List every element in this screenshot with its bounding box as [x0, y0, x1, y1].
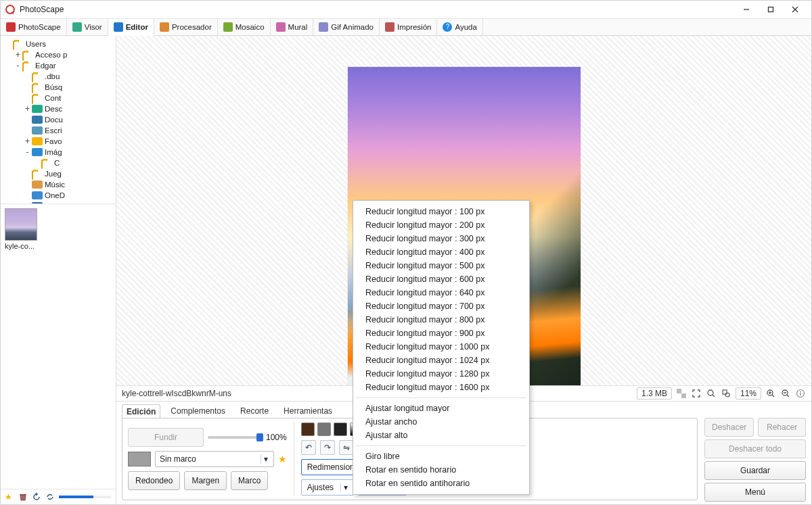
tab-impresión[interactable]: Impresión: [380, 19, 438, 35]
zoom-out-icon[interactable]: [780, 388, 791, 399]
menu-item[interactable]: Rotar en sentido horario: [353, 463, 529, 477]
frame-color[interactable]: [128, 452, 151, 466]
tab-photoscape[interactable]: PhotoScape: [1, 19, 67, 35]
menu-item[interactable]: Reducir longitud mayor : 640 px: [353, 286, 529, 299]
menu-item[interactable]: Reducir longitud mayor : 1280 px: [353, 367, 529, 381]
zoom-actual-icon[interactable]: [706, 388, 717, 399]
tab-mosaico[interactable]: Mosaico: [218, 19, 271, 35]
menu-item[interactable]: Reducir longitud mayor : 1000 px: [353, 340, 529, 354]
tree-twisty[interactable]: +: [24, 103, 31, 114]
tree-item[interactable]: +Desc: [5, 103, 114, 114]
menu-item[interactable]: Reducir longitud mayor : 1024 px: [353, 354, 529, 367]
flip-h-icon[interactable]: ⇋: [339, 440, 354, 455]
edit-tab-edición[interactable]: Edición: [122, 404, 160, 418]
tab-mural[interactable]: Mural: [271, 19, 314, 35]
menu-item[interactable]: Ajustar longitud mayor: [353, 402, 529, 415]
left-footer: ★: [1, 489, 116, 504]
star-icon[interactable]: ★: [5, 492, 14, 502]
tree-item[interactable]: +Acceso p: [5, 49, 114, 60]
tree-item[interactable]: Docu: [5, 114, 114, 125]
deshacer-todo-button[interactable]: Deshacer todo: [704, 439, 806, 458]
rotate-right-icon[interactable]: ↷: [320, 440, 335, 455]
tab-icon: [319, 22, 328, 32]
menu-button[interactable]: Menú: [704, 483, 806, 502]
edit-tab-herramientas[interactable]: Herramientas: [279, 404, 337, 418]
tree-item[interactable]: C: [5, 158, 114, 168]
tree-item[interactable]: Búsq: [5, 82, 114, 93]
refresh-icon[interactable]: [45, 492, 55, 502]
tree-item[interactable]: Cont: [5, 93, 114, 103]
menu-item[interactable]: Reducir longitud mayor : 800 px: [353, 313, 529, 327]
rehacer-button[interactable]: Rehacer: [758, 418, 806, 437]
tree-item[interactable]: Users: [5, 39, 114, 49]
tree-twisty[interactable]: +: [24, 136, 31, 147]
tree-item[interactable]: -Imág: [5, 147, 114, 158]
thumbnail-panel[interactable]: kyle-co...: [1, 203, 116, 489]
menu-item[interactable]: Reducir longitud mayor : 200 px: [353, 218, 529, 232]
tree-label: .dbu: [45, 71, 60, 82]
edit-tab-complementos[interactable]: Complementos: [166, 404, 230, 418]
tree-label: Favo: [45, 136, 62, 147]
swatch-sepia[interactable]: [301, 423, 315, 436]
edit-tab-recorte[interactable]: Recorte: [235, 404, 273, 418]
tree-item[interactable]: .dbu: [5, 71, 114, 82]
swatch-bw[interactable]: [334, 423, 347, 436]
marco-button[interactable]: Marco: [231, 471, 268, 490]
tree-item[interactable]: Escri: [5, 125, 114, 136]
tab-ayuda[interactable]: ?Ayuda: [437, 19, 482, 35]
menu-item[interactable]: Reducir longitud mayor : 600 px: [353, 272, 529, 286]
ajustes-dropdown[interactable]: Ajustes ▾: [301, 479, 354, 496]
tab-label: PhotoScape: [18, 23, 61, 31]
star-icon[interactable]: ★: [278, 454, 287, 464]
deshacer-button[interactable]: Deshacer: [704, 418, 754, 437]
tree-twisty[interactable]: -: [24, 147, 31, 158]
fundir-slider[interactable]: [208, 436, 262, 439]
guardar-button[interactable]: Guardar: [704, 461, 806, 480]
menu-item[interactable]: Reducir longitud mayor : 100 px: [353, 205, 529, 218]
zoom-region-icon[interactable]: [721, 388, 731, 399]
menu-item[interactable]: Reducir longitud mayor : 1600 px: [353, 381, 529, 394]
svg-point-9: [725, 393, 729, 397]
checker-icon[interactable]: [676, 388, 687, 399]
menu-item[interactable]: Reducir longitud mayor : 400 px: [353, 245, 529, 259]
menu-item[interactable]: Ajustar ancho: [353, 415, 529, 429]
rotate-icon[interactable]: [32, 492, 41, 502]
tab-visor[interactable]: Visor: [67, 19, 108, 35]
menu-item[interactable]: Reducir longitud mayor : 700 px: [353, 299, 529, 313]
margen-button[interactable]: Margen: [184, 471, 227, 490]
menu-item[interactable]: Ajustar alto: [353, 429, 529, 442]
folder-tree[interactable]: Users+Acceso p-Edgar.dbuBúsqCont+DescDoc…: [1, 36, 116, 203]
menu-item[interactable]: Giro libre: [353, 450, 529, 463]
tab-gif-animado[interactable]: Gif Animado: [313, 19, 380, 35]
menu-item[interactable]: Reducir longitud mayor : 500 px: [353, 259, 529, 272]
tab-editor[interactable]: Editor: [108, 19, 154, 36]
tree-twisty[interactable]: -: [14, 60, 22, 71]
zoom-in-icon[interactable]: [765, 388, 776, 399]
tree-label: Users: [26, 39, 46, 49]
fit-icon[interactable]: [691, 388, 702, 399]
frame-select[interactable]: Sin marco ▾: [155, 451, 274, 467]
resize-context-menu[interactable]: Reducir longitud mayor : 100 pxReducir l…: [353, 200, 530, 495]
trash-icon[interactable]: [18, 492, 28, 502]
info-icon[interactable]: [795, 388, 806, 399]
tab-procesador[interactable]: Procesador: [154, 19, 218, 35]
svg-point-7: [708, 390, 713, 395]
tree-item[interactable]: Músic: [5, 179, 114, 190]
tree-item[interactable]: Jueg: [5, 168, 114, 179]
thumbnail-item[interactable]: kyle-co...: [5, 208, 40, 250]
swatch-gray[interactable]: [317, 423, 331, 436]
menu-item[interactable]: Rotar en sentido antihorario: [353, 477, 529, 490]
fundir-button[interactable]: Fundir: [128, 428, 204, 447]
menu-item[interactable]: Reducir longitud mayor : 900 px: [353, 327, 529, 340]
tree-twisty[interactable]: +: [14, 49, 22, 60]
minimize-button[interactable]: [734, 1, 759, 18]
close-button[interactable]: [783, 1, 807, 18]
menu-item[interactable]: Reducir longitud mayor : 300 px: [353, 232, 529, 245]
rotate-left-icon[interactable]: ↶: [301, 440, 316, 455]
redondeo-button[interactable]: Redondeo: [128, 471, 180, 490]
tree-item[interactable]: +Favo: [5, 136, 114, 147]
tree-label: OneD: [45, 190, 65, 201]
tree-item[interactable]: -Edgar: [5, 60, 114, 71]
tree-item[interactable]: OneD: [5, 190, 114, 201]
maximize-button[interactable]: [759, 1, 783, 18]
